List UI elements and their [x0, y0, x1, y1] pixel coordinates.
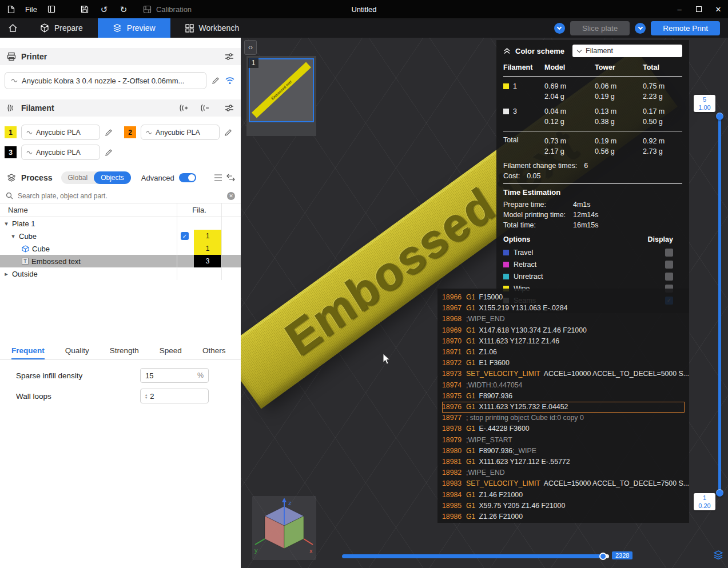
- tab-quality[interactable]: Quality: [65, 346, 89, 359]
- scope-objects[interactable]: Objects: [94, 171, 131, 184]
- gcode-line[interactable]: 18979;WIPE_START: [442, 435, 685, 446]
- collapse-panel-icon[interactable]: [503, 47, 511, 54]
- transfer-settings-icon[interactable]: [226, 174, 235, 182]
- gcode-line[interactable]: 18971G1Z1.06: [442, 347, 685, 358]
- viewport-3d-canvas[interactable]: ‹› Embossed text 1 Embossed text Color s…: [241, 38, 728, 568]
- gcode-line[interactable]: 18975G1F8907.936: [442, 391, 685, 402]
- travel-checkbox[interactable]: [665, 249, 673, 257]
- wall-loops-input[interactable]: [150, 392, 204, 401]
- gcode-line[interactable]: 18978G1E-.44228 F3600: [442, 423, 685, 434]
- collapse-sidebar-button[interactable]: ‹›: [244, 40, 257, 55]
- filament-1-select[interactable]: Anycubic PLA: [21, 125, 100, 140]
- move-slider-track[interactable]: [342, 554, 609, 558]
- gcode-line[interactable]: 18974;WIDTH:0.447054: [442, 380, 685, 391]
- gcode-line[interactable]: 18985G1X59.75 Y205 Z1.46 F21000: [442, 501, 685, 511]
- layers-view-button[interactable]: [713, 550, 723, 562]
- minimize-button[interactable]: –: [670, 0, 689, 18]
- layer-slider-top-handle[interactable]: [716, 113, 723, 120]
- gcode-line[interactable]: 18981G1X111.623 Y127.112 E-.55772: [442, 457, 685, 467]
- tab-others[interactable]: Others: [202, 346, 226, 359]
- close-button[interactable]: ✕: [709, 0, 728, 18]
- printer-preset-select[interactable]: Anycubic Kobra 3 0.4 nozzle - Z-Offset 0…: [5, 72, 206, 89]
- search-clear-button[interactable]: ✕: [227, 192, 235, 200]
- gcode-line[interactable]: 18972G1E1 F3600: [442, 358, 685, 369]
- fila-cell[interactable]: 1: [194, 230, 221, 242]
- printer-settings-icon[interactable]: [225, 53, 234, 61]
- visibility-checkbox[interactable]: ✓: [181, 232, 189, 240]
- scope-global[interactable]: Global: [61, 174, 94, 182]
- gcode-line[interactable]: 18977; stop printing object Cube id:0 co…: [442, 413, 685, 423]
- tree-row-cube-group[interactable]: ▾Cube ✓1: [0, 230, 241, 242]
- tab-workbench[interactable]: Workbench: [170, 18, 254, 38]
- gcode-line[interactable]: 18982;WIPE_END: [442, 467, 685, 478]
- filament-2-select[interactable]: Anycubic PLA: [141, 125, 220, 140]
- remove-filament-icon[interactable]: [199, 103, 209, 113]
- tree-row-embossed-text[interactable]: TEmbossed text 3: [0, 255, 241, 267]
- tree-row-cube-part[interactable]: Cube 1: [0, 242, 241, 255]
- remote-print-button[interactable]: Remote Print: [651, 21, 720, 35]
- sparse-infill-input-wrap: %: [140, 368, 209, 383]
- filament-1-swatch[interactable]: 1: [5, 126, 17, 138]
- param-label: Wall loops: [16, 392, 140, 401]
- print-dropdown-button[interactable]: [635, 23, 646, 34]
- color-scheme-select[interactable]: Filament: [572, 45, 682, 57]
- retract-checkbox[interactable]: [665, 261, 673, 269]
- tab-frequent[interactable]: Frequent: [11, 346, 45, 359]
- plate-thumbnail[interactable]: Embossed text 1: [246, 56, 316, 136]
- gcode-line[interactable]: 18986G1Z1.26 F21000: [442, 511, 685, 522]
- wifi-icon[interactable]: [225, 77, 235, 85]
- edit-filament-3-icon[interactable]: [105, 149, 113, 157]
- redo-icon[interactable]: ↻: [118, 4, 129, 14]
- stepper-arrows[interactable]: ▴▾: [145, 393, 147, 399]
- tab-preview[interactable]: Preview: [98, 18, 170, 38]
- tab-prepare[interactable]: Prepare: [25, 18, 98, 38]
- compare-presets-icon[interactable]: [214, 174, 222, 182]
- unretract-checkbox[interactable]: [665, 273, 673, 281]
- edit-printer-icon[interactable]: [212, 77, 220, 85]
- gcode-line[interactable]: 18967G1X155.219 Y131.063 E-.0284: [442, 303, 685, 314]
- maximize-button[interactable]: [689, 0, 709, 18]
- gcode-line[interactable]: 18968;WIPE_END: [442, 314, 685, 325]
- undo-icon[interactable]: ↺: [99, 4, 109, 14]
- home-button[interactable]: [0, 18, 25, 38]
- slice-dropdown-button[interactable]: [554, 23, 565, 34]
- gcode-line[interactable]: 18970G1X111.623 Y127.112 Z1.46: [442, 336, 685, 347]
- filament-2-swatch[interactable]: 2: [124, 126, 136, 138]
- gcode-line[interactable]: 18984G1Z1.46 F21000: [442, 490, 685, 501]
- gcode-line[interactable]: 18966G1F15000: [442, 292, 685, 303]
- param-list: Sparse infill density % Wall loops ▴▾: [0, 360, 241, 403]
- file-icon[interactable]: [6, 4, 16, 14]
- fila-cell[interactable]: 1: [194, 242, 221, 255]
- panels-icon[interactable]: [46, 4, 57, 14]
- chevron-right-icon[interactable]: ▸: [3, 270, 9, 278]
- layer-slider-bottom-handle[interactable]: [716, 489, 723, 497]
- gcode-line[interactable]: 18980G1F8907.936;_WIPE: [442, 446, 685, 457]
- fila-cell[interactable]: 3: [194, 255, 221, 267]
- chevron-down-icon[interactable]: ▾: [10, 233, 16, 240]
- search-input[interactable]: [18, 192, 222, 200]
- filament-settings-icon[interactable]: [225, 104, 234, 112]
- chevron-down-icon[interactable]: ▾: [3, 220, 9, 227]
- file-menu[interactable]: File: [25, 5, 37, 14]
- advanced-toggle[interactable]: [179, 173, 196, 182]
- orientation-cube[interactable]: z y x: [252, 496, 316, 560]
- save-icon[interactable]: [79, 4, 90, 14]
- move-slider-handle[interactable]: [599, 553, 607, 560]
- tree-row-plate-1[interactable]: ▾Plate 1: [0, 217, 241, 230]
- edit-filament-2-icon[interactable]: [224, 129, 232, 137]
- layer-slider-track[interactable]: [718, 114, 721, 493]
- gcode-line[interactable]: 18969G1X147.618 Y130.374 Z1.46 F21000: [442, 325, 685, 336]
- tab-strength[interactable]: Strength: [110, 346, 139, 359]
- gcode-line[interactable]: 18973SET_VELOCITY_LIMITACCEL=10000 ACCEL…: [442, 369, 685, 379]
- edit-filament-1-icon[interactable]: [105, 129, 113, 137]
- calibration-button[interactable]: Calibration: [142, 4, 192, 14]
- slice-plate-button[interactable]: Slice plate: [570, 21, 630, 35]
- filament-3-select[interactable]: Anycubic PLA: [21, 145, 100, 160]
- tab-speed[interactable]: Speed: [160, 346, 182, 359]
- add-filament-icon[interactable]: [178, 103, 188, 113]
- gcode-line-current[interactable]: 18976G1X111.623 Y125.732 E.04452: [442, 402, 685, 413]
- gcode-line[interactable]: 18983SET_VELOCITY_LIMITACCEL=15000 ACCEL…: [442, 478, 685, 489]
- tree-row-outside[interactable]: ▸Outside: [0, 267, 241, 280]
- filament-3-swatch[interactable]: 3: [5, 146, 17, 158]
- sparse-infill-input[interactable]: [145, 371, 194, 380]
